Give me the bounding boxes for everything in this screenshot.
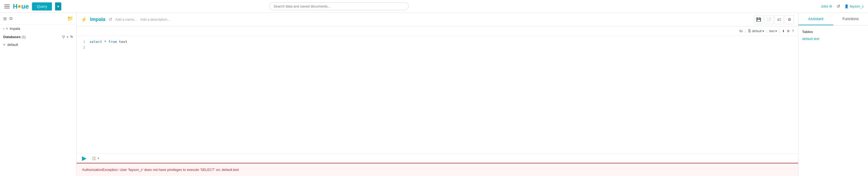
line-numbers: 1 2 <box>76 36 87 153</box>
operator-star: * <box>104 40 108 44</box>
snippet-arrow[interactable]: ▾ <box>98 156 99 160</box>
top-nav: H ue Query ▾ Jobs ⚙ ↺ 👤 fayson_c <box>0 0 868 13</box>
nav-right: Jobs ⚙ ↺ 👤 fayson_c <box>821 4 864 9</box>
editor-header: ⚡ Impala ↺ Add a name... Add a descripti… <box>76 13 798 26</box>
hamburger-menu[interactable] <box>4 5 10 8</box>
editor-toolbar: 0s | 🗄 default ▾ | text ▾ | ⬇ ⚙ ? <box>76 26 798 36</box>
line-num-1: 1 <box>80 39 85 45</box>
editor-title: Impala <box>90 16 105 22</box>
main-layout: ⊞ ⧉ 📁 ‹ ≡ Impala Databases (1) ▽ + ↻ <box>0 13 868 176</box>
right-content: Tables default.test <box>798 26 868 46</box>
db-icon: ≡ <box>6 27 8 31</box>
back-to-impala[interactable]: ‹ ≡ Impala <box>3 27 73 31</box>
error-panel: AuthorizationException: User 'fayson_c' … <box>76 163 798 176</box>
error-message: AuthorizationException: User 'fayson_c' … <box>82 168 239 172</box>
db-item-default[interactable]: ≡ default <box>0 41 76 48</box>
line-num-2: 2 <box>80 45 85 50</box>
settings-btn[interactable]: ⚙ <box>785 15 794 24</box>
search-input[interactable] <box>269 2 409 10</box>
folder-icon[interactable]: 📁 <box>67 15 73 22</box>
download-icon[interactable]: ⬇ <box>782 29 785 33</box>
history-icon[interactable]: ↺ <box>837 4 840 9</box>
logo-dot <box>18 5 21 8</box>
database-selector[interactable]: 🗄 default ▾ <box>748 29 764 33</box>
add-icon[interactable]: + <box>66 35 68 39</box>
back-arrow-icon: ‹ <box>3 27 4 31</box>
copy-icon[interactable]: ⧉ <box>9 16 12 21</box>
keyword-from: from <box>108 40 117 44</box>
jobs-icon: ⚙ <box>829 4 832 8</box>
user-link[interactable]: 👤 fayson_c <box>844 4 864 8</box>
databases-row: Databases (1) ▽ + ↻ <box>0 33 76 41</box>
save-btn[interactable]: 💾 <box>754 15 763 24</box>
db-icon-toolbar: 🗄 <box>748 29 751 33</box>
logo-h: H <box>13 3 18 10</box>
layers-icon[interactable]: ⊞ <box>3 16 7 21</box>
editor-header-buttons: 💾 📄 🏷 ⚙ <box>754 15 794 24</box>
content-area: ⚡ Impala ↺ Add a name... Add a descripti… <box>76 13 798 176</box>
settings-icon-toolbar[interactable]: ⚙ <box>787 29 790 33</box>
new-doc-btn[interactable]: 📄 <box>764 15 773 24</box>
logo: H ue <box>13 3 29 10</box>
snippet-tools: 📋 ▾ <box>92 156 99 160</box>
sidebar-nav: ‹ ≡ Impala <box>0 25 76 33</box>
logo-ue: ue <box>21 3 29 10</box>
code-content[interactable]: select * from test <box>87 36 798 153</box>
db-dropdown-arrow: ▾ <box>763 29 764 33</box>
right-panel: Assistant Functions Tables default.test <box>798 13 868 176</box>
code-area: 1 2 select * from test <box>76 36 798 153</box>
editor-action-bar: ▶ 📋 ▾ <box>76 153 798 163</box>
keyword-select: select <box>90 40 102 44</box>
sidebar-icons: ⊞ ⧉ <box>3 16 12 21</box>
back-label: Impala <box>10 27 20 31</box>
undo-icon[interactable]: ↺ <box>108 17 112 22</box>
db-item-icon: ≡ <box>3 43 5 47</box>
time-indicator: 0s <box>739 29 743 33</box>
code-line-2 <box>90 45 796 50</box>
user-icon: 👤 <box>844 4 849 8</box>
help-icon[interactable]: ? <box>792 29 794 33</box>
snippet-icon[interactable]: 📋 <box>92 156 96 160</box>
sidebar: ⊞ ⧉ 📁 ‹ ≡ Impala Databases (1) ▽ + ↻ <box>0 13 76 176</box>
tag-btn[interactable]: 🏷 <box>774 15 784 24</box>
format-selector[interactable]: text ▾ <box>769 29 777 33</box>
jobs-link[interactable]: Jobs ⚙ <box>821 4 832 8</box>
tables-label: Tables <box>802 30 864 34</box>
tab-functions[interactable]: Functions <box>833 13 868 25</box>
query-button[interactable]: Query <box>32 2 52 10</box>
impala-logo-icon: ⚡ <box>81 16 87 23</box>
db-item-label: default <box>7 43 18 47</box>
databases-label: Databases (1) <box>3 35 26 39</box>
format-dropdown-arrow: ▾ <box>775 29 777 33</box>
name-field[interactable]: Add a name... <box>115 17 137 22</box>
query-dropdown-button[interactable]: ▾ <box>55 2 61 10</box>
run-button[interactable]: ▶ <box>79 155 90 162</box>
tab-assistant[interactable]: Assistant <box>798 13 833 25</box>
filter-icon[interactable]: ▽ <box>62 35 65 39</box>
code-editor: 1 2 select * from test ▶ 📋 <box>76 36 798 163</box>
desc-field[interactable]: Add a description... <box>140 17 170 22</box>
code-line-1: select * from test <box>90 39 796 45</box>
table-name: test <box>119 40 127 44</box>
sidebar-top: ⊞ ⧉ 📁 <box>0 13 76 25</box>
table-item-default-test[interactable]: default.test <box>802 36 864 42</box>
databases-count: (1) <box>22 35 26 39</box>
right-tabs: Assistant Functions <box>798 13 868 26</box>
refresh-icon[interactable]: ↻ <box>70 35 73 39</box>
db-tools: ▽ + ↻ <box>62 35 73 39</box>
